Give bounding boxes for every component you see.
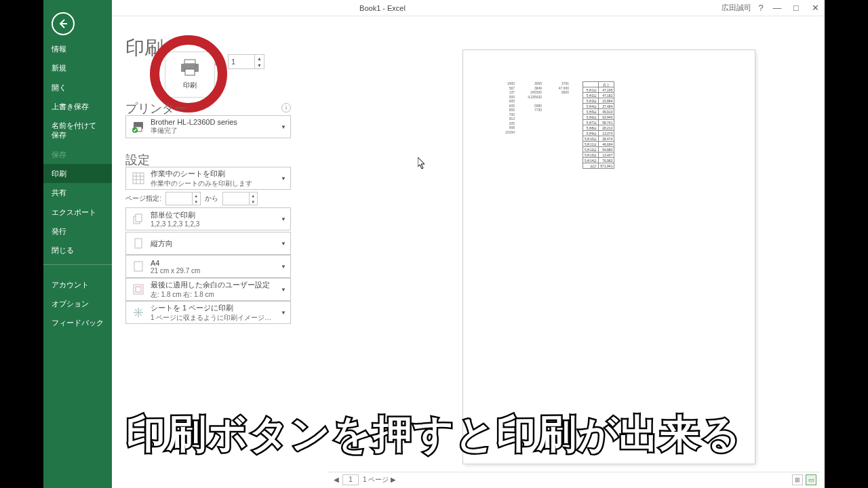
copies-value: 1	[231, 58, 235, 66]
sidebar-item: 保存	[43, 145, 112, 164]
orientation-title: 縦方向	[151, 239, 173, 249]
collate-title: 部単位で印刷	[151, 210, 199, 220]
user-name[interactable]: 広田誠司	[722, 3, 751, 13]
chevron-down-icon: ▼	[278, 167, 289, 189]
portrait-icon	[132, 237, 145, 250]
help-button[interactable]: ?	[754, 0, 768, 16]
copies-spinner[interactable]: 1 ▲▼	[228, 54, 264, 69]
printer-name: Brother HL-L2360D series	[151, 118, 237, 126]
svg-rect-9	[136, 214, 142, 222]
printer-selector[interactable]: Brother HL-L2360D series 準備完了 ▼	[125, 115, 291, 138]
chevron-down-icon: ▼	[278, 208, 289, 230]
sidebar-item[interactable]: アカウント	[43, 275, 112, 294]
page-from-spinner[interactable]: ▲▼	[165, 192, 201, 205]
preview-pager: ◀ 1 1 ページ ▶ ⊞ ▭	[328, 472, 821, 487]
paper-icon	[132, 260, 145, 273]
sidebar-item[interactable]: オプション	[43, 294, 112, 313]
settings-header: 設定	[125, 152, 150, 168]
print-what-selector[interactable]: 作業中のシートを印刷 作業中のシートのみを印刷します ▼	[125, 167, 291, 190]
backstage-sidebar: 情報新規開く上書き保存名前を付けて 保存保存印刷共有エクスポート発行閉じる アカ…	[43, 0, 112, 488]
print-button[interactable]: 印刷	[165, 52, 215, 98]
svg-rect-10	[135, 239, 142, 248]
sidebar-item[interactable]: 情報	[43, 39, 112, 58]
sidebar-item[interactable]: 新規	[43, 58, 112, 77]
sidebar-item[interactable]: 共有	[43, 183, 112, 202]
pager-current[interactable]: 1	[342, 474, 359, 485]
titlebar: Book1 - Excel 広田誠司 ? — □ ✕	[43, 0, 825, 16]
svg-point-3	[195, 65, 197, 66]
pager-total: 1 ページ	[363, 475, 389, 485]
copies-row: 部数: 1 ▲▼	[207, 54, 264, 69]
chevron-down-icon: ▼	[278, 302, 289, 323]
sidebar-item[interactable]: 名前を付けて 保存	[43, 116, 112, 145]
scaling-selector[interactable]: シートを 1 ページに印刷 1 ページに収まるように印刷イメージ… ▼	[125, 301, 291, 324]
margins-icon	[132, 283, 145, 296]
svg-rect-7	[133, 173, 144, 184]
margins-selector[interactable]: 最後に適用した余白のユーザー設定 左: 1.8 cm 右: 1.8 cm ▼	[125, 278, 291, 301]
info-icon[interactable]: i	[281, 103, 291, 113]
paper-size-title: A4	[151, 259, 200, 267]
sidebar-item[interactable]: 上書き保存	[43, 97, 112, 116]
collate-selector[interactable]: 部単位で印刷 1,2,3 1,2,3 1,2,3 ▼	[125, 207, 291, 230]
pager-next[interactable]: ▶	[389, 476, 398, 483]
collate-icon	[132, 212, 145, 226]
print-backstage: 印刷 部数: 1 ▲▼ 印刷 プリンター i	[112, 16, 825, 488]
show-margins-toggle[interactable]: ⊞	[792, 474, 803, 485]
orientation-selector[interactable]: 縦方向 ▼	[125, 232, 291, 255]
svg-rect-2	[185, 69, 195, 75]
scaling-desc: 1 ページに収まるように印刷イメージ…	[151, 313, 271, 323]
close-button[interactable]: ✕	[806, 0, 825, 16]
spin-down-icon[interactable]: ▼	[254, 62, 264, 68]
print-button-label: 印刷	[183, 81, 197, 90]
printer-status-icon	[132, 120, 145, 134]
paper-size-desc: 21 cm x 29.7 cm	[151, 267, 200, 274]
page-range-row: ページ指定: ▲▼ から ▲▼	[125, 191, 291, 206]
collate-desc: 1,2,3 1,2,3 1,2,3	[151, 220, 199, 228]
sidebar-item[interactable]: 発行	[43, 222, 112, 241]
sidebar-item[interactable]: 開く	[43, 78, 112, 97]
window-title: Book1 - Excel	[43, 4, 722, 12]
zoom-to-page-toggle[interactable]: ▭	[806, 474, 816, 485]
margins-title: 最後に適用した余白のユーザー設定	[151, 280, 270, 290]
printer-status: 準備完了	[151, 126, 237, 136]
printer-header: プリンター	[125, 100, 186, 117]
paper-size-selector[interactable]: A4 21 cm x 29.7 cm ▼	[125, 255, 291, 278]
page-range-to: から	[205, 194, 218, 203]
sidebar-item[interactable]: エクスポート	[43, 203, 112, 222]
margins-desc: 左: 1.8 cm 右: 1.8 cm	[151, 290, 270, 300]
maximize-button[interactable]: □	[787, 0, 806, 16]
back-button[interactable]	[52, 12, 75, 35]
chevron-down-icon: ▼	[278, 232, 289, 254]
chevron-down-icon: ▼	[278, 256, 289, 277]
spin-up-icon[interactable]: ▲	[254, 55, 264, 62]
svg-rect-0	[184, 60, 195, 64]
pager-prev[interactable]: ◀	[332, 476, 341, 483]
page-range-label: ページ指定:	[125, 194, 161, 203]
minimize-button[interactable]: —	[768, 0, 787, 16]
sidebar-item[interactable]: フィードバック	[43, 313, 112, 332]
svg-rect-12	[134, 285, 143, 294]
preview-page: 190030653791567384947,900137245500660050…	[463, 50, 755, 464]
svg-rect-11	[134, 262, 142, 271]
page-title: 印刷	[125, 35, 163, 61]
scaling-title: シートを 1 ページに印刷	[151, 303, 271, 313]
printer-icon	[180, 59, 200, 77]
sheets-icon	[132, 171, 145, 185]
preview-table: 売上5月1日47,1955月2日47,1825月3日15,8945月4日27,4…	[583, 81, 614, 169]
chevron-down-icon: ▼	[278, 116, 289, 138]
back-arrow-icon	[58, 18, 68, 29]
preview-left-data: 190030653791567384947,900137245500660050…	[494, 81, 576, 134]
chevron-down-icon: ▼	[278, 279, 289, 300]
fit-icon	[132, 306, 145, 319]
sidebar-item[interactable]: 閉じる	[43, 241, 112, 260]
print-preview: 190030653791567384947,900137245500660050…	[328, 30, 821, 470]
sidebar-item[interactable]: 印刷	[43, 164, 112, 183]
page-to-spinner[interactable]: ▲▼	[222, 192, 258, 205]
print-what-title: 作業中のシートを印刷	[151, 169, 252, 179]
print-what-desc: 作業中のシートのみを印刷します	[151, 179, 252, 188]
